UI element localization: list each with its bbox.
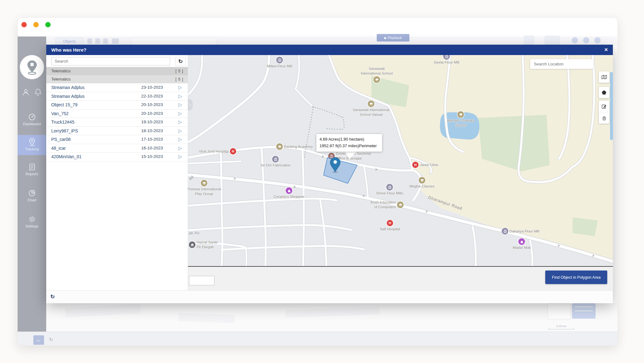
edit-shape-button[interactable] xyxy=(599,101,609,112)
tracking-pin-icon xyxy=(28,137,36,146)
play-icon[interactable]: ▷ xyxy=(178,144,182,153)
map-layers-button[interactable] xyxy=(599,71,609,83)
vehicle-name: Lorry987_iPS xyxy=(51,127,78,135)
maximize-window-icon[interactable] xyxy=(45,22,51,27)
map-poi-label: Viral Jyoti Hospital xyxy=(199,149,229,154)
sidebar-item-reports[interactable]: Reports xyxy=(18,160,46,179)
map-pois: Milani Flour MillSaraswatiInternational … xyxy=(188,55,613,266)
vehicle-row[interactable]: Lorry987_iPS 18-10-2023 ▷ xyxy=(46,127,188,136)
map-canvas[interactable]: Milani Flour MillSaraswatiInternational … xyxy=(188,55,613,267)
factory-icon xyxy=(443,55,450,60)
play-icon[interactable]: ▷ xyxy=(178,127,182,135)
school-icon xyxy=(201,180,208,187)
edit-delete-group xyxy=(599,101,609,124)
vehicle-row[interactable]: Van_752 20-10-2023 ▷ xyxy=(46,109,188,118)
background-toolbar xyxy=(46,36,618,45)
minimize-window-icon[interactable] xyxy=(33,22,39,27)
delete-shape-button[interactable] xyxy=(599,112,609,124)
vehicle-name: PS_car08 xyxy=(51,135,70,144)
sidebar: Dashboard Tracking Reports Chart xyxy=(18,36,46,332)
government-icon xyxy=(328,153,335,159)
app-window: Objects ▶ Playback 0.05 km ← ↻ xyxy=(17,17,618,346)
chevron-right-icon: › xyxy=(190,102,191,107)
sidebar-item-label: Tracking xyxy=(18,147,46,151)
sidebar-item-chart[interactable]: Chart xyxy=(18,187,46,205)
factory-icon xyxy=(502,228,508,235)
close-icon[interactable]: × xyxy=(604,45,608,54)
vehicle-date: 20-10-2023 xyxy=(141,101,163,109)
group-row-telematics[interactable]: Telematics [ 5 ] xyxy=(46,75,188,83)
vehicle-name: Streamax Adplus xyxy=(51,83,85,92)
bottom-bar: ← ↻ xyxy=(18,332,618,346)
sidebar-item-settings[interactable]: Settings xyxy=(18,213,46,232)
dashboard-icon xyxy=(28,113,36,121)
toolbar-button-faded xyxy=(545,36,560,45)
school-icon xyxy=(374,76,380,83)
group-name: Telematics xyxy=(51,77,70,81)
map-poi-label: Saraswati InternationalSchool Valsad xyxy=(353,108,390,117)
map-poi-label: Shree Flour Mills xyxy=(376,191,403,196)
play-icon[interactable]: ▷ xyxy=(178,101,182,109)
vehicle-row[interactable]: 420MiniVan_01 15-10-2023 ▷ xyxy=(46,153,188,161)
vehicle-row[interactable]: PS_car08 17-10-2023 ▷ xyxy=(46,135,188,144)
vehicle-row[interactable]: Streamax Adplus 23-10-2023 ▷ xyxy=(46,83,188,92)
window-titlebar xyxy=(18,18,618,37)
school-icon xyxy=(419,177,425,184)
group-row-telematics[interactable]: Telematics [ 5 ] xyxy=(46,67,188,75)
mall-icon xyxy=(519,238,525,245)
map-poi-label: Abrham ChandraSchool xyxy=(447,118,475,128)
loading-refresh-icon[interactable]: ↻ xyxy=(50,293,55,300)
sidebar-item-tracking[interactable]: Tracking xyxy=(18,135,46,155)
hospital-icon: H xyxy=(412,162,419,168)
play-icon[interactable]: ▷ xyxy=(178,153,182,161)
vehicle-name: Streamax Adplus xyxy=(51,92,85,101)
group-count: [ 5 ] xyxy=(175,75,183,83)
map-poi-label: Sri Om Fabrication xyxy=(260,163,291,168)
vehicle-row[interactable]: Truck12#45 19-10-2023 ▷ xyxy=(46,118,188,127)
back-button[interactable]: ← xyxy=(33,335,44,345)
perimeter-value: 1952.87 ft(0.37 miles)Perimeter xyxy=(319,143,379,149)
play-icon[interactable]: ▷ xyxy=(178,92,182,101)
search-input[interactable] xyxy=(51,57,170,65)
group-count: [ 5 ] xyxy=(175,67,183,75)
map-footer: Find Object in Polygon Area xyxy=(188,267,613,290)
school-icon xyxy=(276,143,283,150)
find-object-button[interactable]: Find Object in Polygon Area xyxy=(545,271,607,284)
vehicle-row[interactable]: Object 15_79 20-10-2023 ▷ xyxy=(46,101,188,109)
bell-icon[interactable] xyxy=(34,88,42,96)
vehicle-name: Object 15_79 xyxy=(51,101,77,109)
map-layers-icon xyxy=(599,71,609,83)
play-icon[interactable]: ▷ xyxy=(178,118,182,126)
vehicle-date: 16-10-2023 xyxy=(141,144,163,153)
footer-input[interactable] xyxy=(189,276,214,285)
user-icon[interactable] xyxy=(22,88,30,96)
factory-icon xyxy=(272,156,279,163)
play-icon[interactable]: ▷ xyxy=(178,83,182,92)
map-search-input[interactable] xyxy=(530,59,593,69)
vehicle-date: 15-10-2023 xyxy=(141,153,163,161)
vehicle-row[interactable]: 48_icar 16-10-2023 ▷ xyxy=(46,144,188,153)
refresh-icon[interactable]: ↻ xyxy=(49,337,53,343)
map-poi-label: Banking Academy xyxy=(284,144,313,149)
refresh-button[interactable]: ↻ xyxy=(175,57,186,66)
vehicle-date: 20-10-2023 xyxy=(141,109,163,118)
map-poi-label: Madar Mall xyxy=(513,245,531,250)
sidebar-item-dashboard[interactable]: Dashboard xyxy=(18,110,46,129)
vehicle-row[interactable]: Streamax Adplus 22-10-2023 ▷ xyxy=(46,92,188,101)
pie-chart-icon xyxy=(28,189,36,197)
play-icon[interactable]: ▷ xyxy=(178,135,182,144)
factory-icon xyxy=(276,57,283,64)
map-poi-label: Geeta Flour Mill xyxy=(434,60,459,65)
vehicle-date: 17-10-2023 xyxy=(141,135,163,144)
modal-bottom-strip: ↻ xyxy=(46,290,613,303)
road-label: Dharampur Road xyxy=(428,195,463,211)
close-window-icon[interactable] xyxy=(21,22,27,27)
mall-icon xyxy=(286,187,292,194)
road-label: ah Pir xyxy=(189,231,200,235)
map-card-faded xyxy=(547,303,571,319)
map-poi-label: SaraswatiInternational School xyxy=(361,66,393,76)
edit-icon xyxy=(602,104,607,109)
draw-polygon-button[interactable] xyxy=(599,87,609,98)
toolbar-icon-faded xyxy=(95,38,100,44)
play-icon[interactable]: ▷ xyxy=(178,109,182,118)
